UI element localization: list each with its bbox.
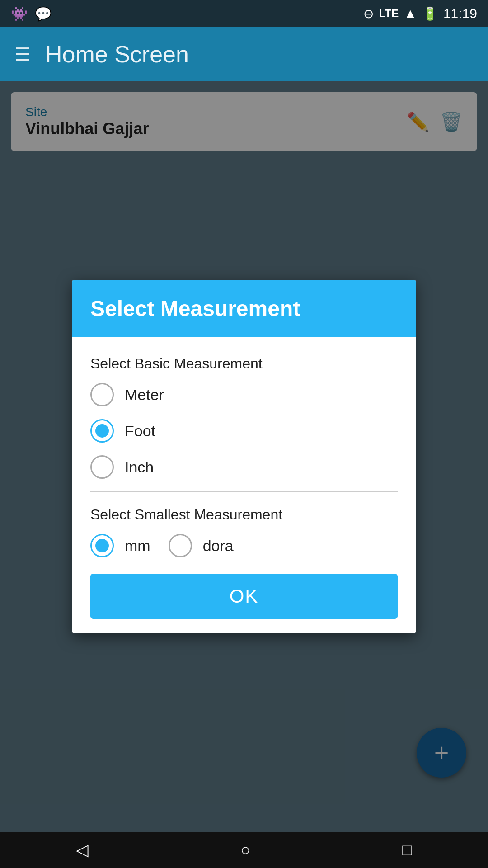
smallest-measurement-label: Select Smallest Measurement <box>90 506 398 523</box>
bottom-nav-bar: ◁ ○ □ <box>0 832 488 868</box>
battery-icon: 🔋 <box>422 6 438 21</box>
home-nav-icon[interactable]: ○ <box>240 840 250 859</box>
select-measurement-dialog: Select Measurement Select Basic Measurem… <box>72 280 416 633</box>
status-bar: 👾 💬 ⊖ LTE ▲ 🔋 11:19 <box>0 0 488 27</box>
radio-label-inch: Inch <box>125 458 154 476</box>
smallest-measurement-group: mm dora <box>90 534 398 557</box>
basic-measurement-label: Select Basic Measurement <box>90 355 398 372</box>
dialog-header: Select Measurement <box>72 280 416 337</box>
ok-button[interactable]: OK <box>90 574 398 619</box>
dnd-icon: ⊖ <box>363 6 374 21</box>
dialog-title: Select Measurement <box>90 296 398 321</box>
radio-circle-meter <box>90 383 114 406</box>
radio-option-meter[interactable]: Meter <box>90 383 398 406</box>
section-divider <box>90 491 398 492</box>
status-bar-right-icons: ⊖ LTE ▲ 🔋 11:19 <box>363 6 477 21</box>
app-bar-title: Home Screen <box>45 41 189 68</box>
radio-label-foot: Foot <box>125 422 155 440</box>
status-bar-left-icons: 👾 💬 <box>11 6 52 22</box>
radio-label-dora: dora <box>203 537 234 555</box>
recents-nav-icon[interactable]: □ <box>402 840 412 859</box>
radio-option-foot[interactable]: Foot <box>90 419 398 443</box>
radio-circle-mm <box>90 534 114 557</box>
dialog-overlay: Select Measurement Select Basic Measurem… <box>0 81 488 832</box>
radio-inner-mm <box>95 539 109 552</box>
app-bar: ☰ Home Screen <box>0 27 488 81</box>
app-icon-1: 👾 <box>11 6 28 22</box>
radio-circle-foot <box>90 419 114 443</box>
radio-label-meter: Meter <box>125 386 164 404</box>
radio-option-inch[interactable]: Inch <box>90 455 398 479</box>
dialog-footer: OK <box>72 561 416 633</box>
radio-circle-inch <box>90 455 114 479</box>
radio-circle-dora <box>169 534 192 557</box>
signal-icon: ▲ <box>404 6 417 21</box>
radio-option-dora[interactable]: dora <box>169 534 234 557</box>
radio-inner-foot <box>95 424 109 438</box>
radio-option-mm[interactable]: mm <box>90 534 150 557</box>
dialog-body: Select Basic Measurement Meter Foot In <box>72 337 416 557</box>
lte-icon: LTE <box>379 7 399 20</box>
app-icon-2: 💬 <box>35 6 52 22</box>
radio-label-mm: mm <box>125 537 150 555</box>
clock: 11:19 <box>443 6 477 21</box>
back-nav-icon[interactable]: ◁ <box>76 840 89 859</box>
background-content: Site Vinulbhai Gajjar ✏️ 🗑️ + Select Mea… <box>0 81 488 832</box>
hamburger-menu-icon[interactable]: ☰ <box>14 45 31 63</box>
